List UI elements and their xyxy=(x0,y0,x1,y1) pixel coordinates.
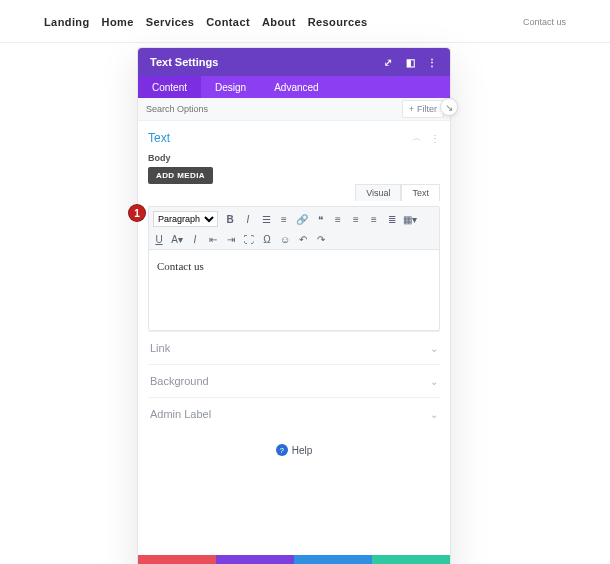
modal-footer: ✕ ↶ ↷ ✓ xyxy=(138,555,450,564)
help-row[interactable]: ? Help xyxy=(148,430,440,456)
italic-icon[interactable]: I xyxy=(242,213,254,225)
nav-item-about[interactable]: About xyxy=(262,16,296,28)
underline-icon[interactable]: U xyxy=(153,233,165,245)
filter-label: Filter xyxy=(417,104,437,114)
format-select[interactable]: Paragraph xyxy=(153,211,218,227)
annotation-badge-1: 1 xyxy=(129,205,145,221)
editor-toolbar: Paragraph B I ☰ ≡ 🔗 ❝ ≡ ≡ ≡ ≣ ▦▾ U A▾ xyxy=(149,207,439,250)
expand-icon[interactable]: ⤢ xyxy=(380,54,396,70)
redo-icon[interactable]: ↷ xyxy=(315,233,327,245)
close-tabs-icon[interactable]: ↘ xyxy=(440,98,458,116)
top-nav: Landing Home Services Contact About Reso… xyxy=(0,0,610,43)
more-toolbar-icon[interactable]: ▦▾ xyxy=(404,213,416,225)
undo-button[interactable]: ↶ xyxy=(216,555,294,564)
number-list-icon[interactable]: ≡ xyxy=(278,213,290,225)
panel-kebab-icon[interactable]: ⋮ xyxy=(430,133,440,144)
align-left-icon[interactable]: ≡ xyxy=(332,213,344,225)
rich-text-editor: Paragraph B I ☰ ≡ 🔗 ❝ ≡ ≡ ≡ ≣ ▦▾ U A▾ xyxy=(148,206,440,331)
nav-item-contact[interactable]: Contact xyxy=(206,16,250,28)
align-center-icon[interactable]: ≡ xyxy=(350,213,362,225)
chevron-down-icon: ⌄ xyxy=(430,409,438,420)
accordion-label: Background xyxy=(150,375,209,387)
quote-icon[interactable]: ❝ xyxy=(314,213,326,225)
search-input[interactable] xyxy=(144,103,402,115)
kebab-icon[interactable]: ⋮ xyxy=(424,54,440,70)
search-bar: + Filter xyxy=(138,98,450,121)
nav-left: Landing Home Services Contact About Reso… xyxy=(44,16,368,28)
fullscreen-icon[interactable]: ⛶ xyxy=(243,233,255,245)
panel-header[interactable]: Text ︿ ⋮ xyxy=(148,131,440,145)
accordion-link[interactable]: Link ⌄ xyxy=(148,331,440,364)
chevron-down-icon: ⌄ xyxy=(430,376,438,387)
outdent-icon[interactable]: ⇤ xyxy=(207,233,219,245)
body-label: Body xyxy=(148,153,440,163)
filter-button[interactable]: + Filter xyxy=(402,100,444,118)
modal-title: Text Settings xyxy=(150,56,218,68)
add-media-button[interactable]: ADD MEDIA xyxy=(148,167,213,184)
align-justify-icon[interactable]: ≣ xyxy=(386,213,398,225)
text-settings-modal: Text Settings ⤢ ◧ ⋮ Content Design Advan… xyxy=(137,47,451,564)
accordion-label: Admin Label xyxy=(150,408,211,420)
cancel-button[interactable]: ✕ xyxy=(138,555,216,564)
modal-titlebar: Text Settings ⤢ ◧ ⋮ xyxy=(138,48,450,76)
text-color-icon[interactable]: A▾ xyxy=(171,233,183,245)
editor-mode-tabs: Visual Text xyxy=(148,184,440,200)
redo-button[interactable]: ↷ xyxy=(294,555,372,564)
toolbar-row-2: U A▾ I ⇤ ⇥ ⛶ Ω ☺ ↶ ↷ xyxy=(153,233,435,245)
help-label: Help xyxy=(292,445,313,456)
align-right-icon[interactable]: ≡ xyxy=(368,213,380,225)
special-char-icon[interactable]: Ω xyxy=(261,233,273,245)
nav-right-link[interactable]: Contact us xyxy=(523,17,566,27)
editor-content[interactable]: Contact us xyxy=(149,250,439,330)
nav-item-services[interactable]: Services xyxy=(146,16,194,28)
collapse-icon[interactable]: ︿ xyxy=(412,131,422,145)
modal-tabs: Content Design Advanced xyxy=(138,76,450,98)
tab-content[interactable]: Content xyxy=(138,76,201,98)
bullet-list-icon[interactable]: ☰ xyxy=(260,213,272,225)
snap-icon[interactable]: ◧ xyxy=(402,54,418,70)
emoji-icon[interactable]: ☺ xyxy=(279,233,291,245)
tab-design[interactable]: Design xyxy=(201,76,260,98)
undo-icon[interactable]: ↶ xyxy=(297,233,309,245)
bold-icon[interactable]: B xyxy=(224,213,236,225)
link-icon[interactable]: 🔗 xyxy=(296,213,308,225)
plus-icon: + xyxy=(409,104,414,114)
nav-item-landing[interactable]: Landing xyxy=(44,16,90,28)
clear-format-icon[interactable]: I xyxy=(189,233,201,245)
panel-title: Text xyxy=(148,131,170,145)
editor-tab-text[interactable]: Text xyxy=(401,184,440,201)
save-button[interactable]: ✓ xyxy=(372,555,450,564)
chevron-down-icon: ⌄ xyxy=(430,343,438,354)
tab-advanced[interactable]: Advanced xyxy=(260,76,332,98)
accordion-label: Link xyxy=(150,342,170,354)
nav-item-resources[interactable]: Resources xyxy=(308,16,368,28)
indent-icon[interactable]: ⇥ xyxy=(225,233,237,245)
help-icon: ? xyxy=(276,444,288,456)
accordion-background[interactable]: Background ⌄ xyxy=(148,364,440,397)
accordion-admin-label[interactable]: Admin Label ⌄ xyxy=(148,397,440,430)
nav-item-home[interactable]: Home xyxy=(102,16,134,28)
editor-tab-visual[interactable]: Visual xyxy=(355,184,401,201)
